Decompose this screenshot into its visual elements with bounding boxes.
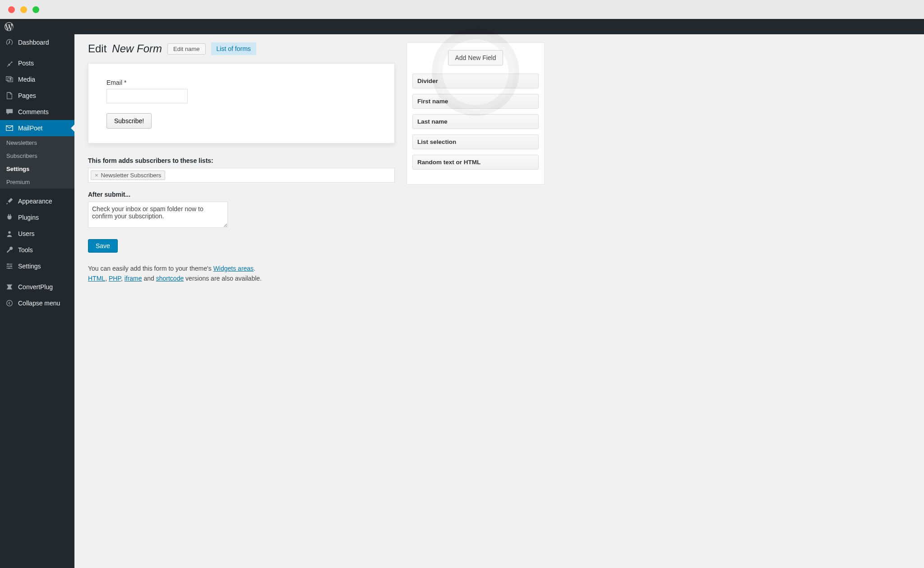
page-title: Edit New Form Edit name List of forms xyxy=(88,42,395,55)
field-random-text[interactable]: Random text or HTML xyxy=(412,155,539,170)
brush-icon xyxy=(5,197,14,205)
mail-icon xyxy=(5,124,14,132)
widgets-areas-link[interactable]: Widgets areas xyxy=(213,265,254,272)
sidebar-item-label: Comments xyxy=(18,108,49,115)
zoom-window-icon[interactable] xyxy=(32,6,39,13)
php-link[interactable]: PHP xyxy=(109,275,121,282)
sidebar-item-label: Pages xyxy=(18,92,36,99)
comments-icon xyxy=(5,108,14,116)
sidebar-item-label: Dashboard xyxy=(18,39,49,46)
sliders-icon xyxy=(5,262,14,270)
field-first-name[interactable]: First name xyxy=(412,94,539,109)
list-token: × Newsletter Subscribers xyxy=(91,171,165,180)
user-icon xyxy=(5,230,14,238)
sidebar-item-label: Appearance xyxy=(18,198,52,205)
admin-bar xyxy=(0,19,924,34)
edit-name-button[interactable]: Edit name xyxy=(167,43,206,55)
save-button[interactable]: Save xyxy=(88,239,118,253)
sidebar-item-label: Collapse menu xyxy=(18,300,60,307)
svg-point-0 xyxy=(8,231,10,234)
page-title-prefix: Edit xyxy=(88,42,106,55)
field-divider[interactable]: Divider xyxy=(412,74,539,88)
email-input[interactable] xyxy=(106,89,188,103)
list-of-forms-link[interactable]: List of forms xyxy=(211,42,256,55)
sidebar-item-comments[interactable]: Comments xyxy=(0,104,74,120)
after-submit-heading: After submit... xyxy=(88,191,395,198)
plug-icon xyxy=(5,213,14,222)
collapse-icon xyxy=(5,299,14,307)
sidebar-item-label: Users xyxy=(18,230,35,237)
sidebar-item-label: ConvertPlug xyxy=(18,283,53,291)
sidebar-item-collapse[interactable]: Collapse menu xyxy=(0,295,74,311)
wrench-icon xyxy=(5,246,14,254)
shortcode-link[interactable]: shortcode xyxy=(156,275,184,282)
sidebar-item-label: Posts xyxy=(18,60,34,67)
wordpress-logo-icon[interactable] xyxy=(5,22,14,31)
after-submit-textarea[interactable] xyxy=(88,202,228,228)
media-icon xyxy=(5,75,14,83)
sidebar-item-media[interactable]: Media xyxy=(0,71,74,88)
sidebar-item-label: Tools xyxy=(18,246,33,254)
admin-sidebar: Dashboard Posts Media Pages Comments Mai… xyxy=(0,34,74,568)
page-title-name: New Form xyxy=(112,42,162,55)
sidebar-item-label: Plugins xyxy=(18,214,39,221)
svg-point-4 xyxy=(7,300,13,306)
sidebar-submenu-mailpoet: Newsletters Subscribers Settings Premium xyxy=(0,136,74,189)
pin-icon xyxy=(5,59,14,67)
fields-panel: Add New Field Divider First name Last na… xyxy=(407,42,545,185)
iframe-link[interactable]: iframe xyxy=(125,275,142,282)
sidebar-item-settings[interactable]: Settings xyxy=(0,258,74,274)
form-preview: Email * Subscribe! xyxy=(88,63,395,143)
sidebar-item-tools[interactable]: Tools xyxy=(0,242,74,258)
help-text: You can easily add this form to your the… xyxy=(88,263,395,284)
field-last-name[interactable]: Last name xyxy=(412,114,539,129)
convertplug-icon xyxy=(5,283,14,291)
sidebar-item-users[interactable]: Users xyxy=(0,226,74,242)
sidebar-item-label: Settings xyxy=(18,263,41,270)
minimize-window-icon[interactable] xyxy=(20,6,27,13)
html-link[interactable]: HTML xyxy=(88,275,105,282)
subscribe-button[interactable]: Subscribe! xyxy=(106,113,152,129)
sidebar-item-label: Media xyxy=(18,76,35,83)
list-token-label: Newsletter Subscribers xyxy=(101,172,162,179)
sidebar-item-posts[interactable]: Posts xyxy=(0,55,74,71)
pages-icon xyxy=(5,92,14,100)
submenu-newsletters[interactable]: Newsletters xyxy=(0,136,74,149)
sidebar-item-appearance[interactable]: Appearance xyxy=(0,193,74,209)
dashboard-icon xyxy=(5,38,14,46)
sidebar-item-convertplug[interactable]: ConvertPlug xyxy=(0,279,74,295)
sidebar-item-mailpoet[interactable]: MailPoet xyxy=(0,120,74,136)
sidebar-item-label: MailPoet xyxy=(18,125,42,132)
content: Edit New Form Edit name List of forms Em… xyxy=(74,34,924,568)
svg-point-2 xyxy=(10,266,12,267)
window-chrome xyxy=(0,0,924,19)
submenu-settings[interactable]: Settings xyxy=(0,162,74,175)
svg-point-3 xyxy=(9,268,10,269)
add-new-field-button[interactable]: Add New Field xyxy=(448,50,503,65)
close-window-icon[interactable] xyxy=(8,6,15,13)
submenu-subscribers[interactable]: Subscribers xyxy=(0,149,74,162)
svg-point-1 xyxy=(7,263,9,265)
sidebar-item-plugins[interactable]: Plugins xyxy=(0,209,74,226)
remove-token-icon[interactable]: × xyxy=(95,172,98,179)
submenu-premium[interactable]: Premium xyxy=(0,175,74,189)
email-label: Email * xyxy=(106,79,376,86)
lists-token-input[interactable]: × Newsletter Subscribers xyxy=(88,168,395,183)
lists-heading: This form adds subscribers to these list… xyxy=(88,157,395,164)
sidebar-item-dashboard[interactable]: Dashboard xyxy=(0,34,74,51)
sidebar-item-pages[interactable]: Pages xyxy=(0,88,74,104)
field-list-selection[interactable]: List selection xyxy=(412,134,539,149)
